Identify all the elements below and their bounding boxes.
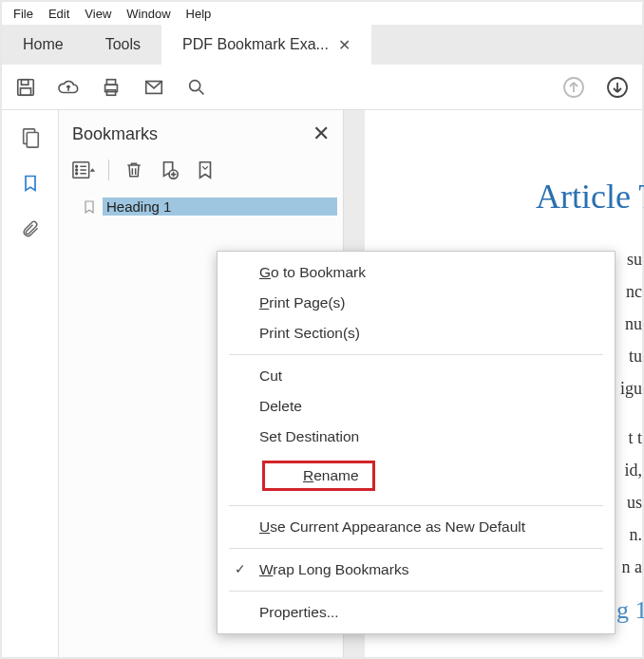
separator bbox=[108, 160, 109, 180]
delete-bookmark-icon[interactable] bbox=[124, 160, 143, 180]
tab-document-label: PDF Bookmark Exa... bbox=[182, 36, 329, 53]
ctx-wrap-long-bookmarks[interactable]: Wrap Long Bookmarks bbox=[218, 555, 615, 585]
menu-file[interactable]: File bbox=[6, 5, 41, 23]
print-icon[interactable] bbox=[101, 77, 122, 98]
svg-point-15 bbox=[76, 173, 78, 175]
svg-point-14 bbox=[76, 169, 78, 171]
bookmark-item[interactable]: Heading 1 bbox=[82, 198, 337, 216]
tab-document[interactable]: PDF Bookmark Exa... ✕ bbox=[161, 25, 371, 65]
panel-toolbar bbox=[59, 156, 343, 192]
separator bbox=[229, 505, 603, 506]
ctx-print-sections[interactable]: Print Section(s) bbox=[218, 318, 615, 348]
save-icon[interactable] bbox=[15, 77, 36, 98]
menu-window[interactable]: Window bbox=[119, 5, 178, 23]
svg-point-7 bbox=[190, 80, 200, 90]
ctx-cut[interactable]: Cut bbox=[218, 361, 615, 391]
ctx-delete[interactable]: Delete bbox=[218, 391, 615, 422]
ctx-goto-bookmark[interactable]: Go to Bookmark bbox=[218, 257, 615, 288]
menu-bar: File Edit View Window Help bbox=[2, 2, 642, 25]
options-icon[interactable] bbox=[72, 160, 97, 179]
bookmark-ribbon-icon bbox=[82, 198, 97, 216]
tab-tools[interactable]: Tools bbox=[85, 25, 161, 65]
svg-rect-5 bbox=[106, 89, 115, 95]
svg-rect-1 bbox=[21, 79, 28, 85]
separator bbox=[229, 548, 603, 549]
bookmark-label[interactable]: Heading 1 bbox=[103, 198, 337, 216]
menu-view[interactable]: View bbox=[77, 5, 119, 23]
tab-home[interactable]: Home bbox=[2, 25, 85, 65]
toolbar bbox=[2, 65, 642, 110]
svg-rect-4 bbox=[106, 79, 115, 85]
arrow-down-circle-icon[interactable] bbox=[606, 76, 629, 99]
ctx-use-current-appearance[interactable]: Use Current Appearance as New Default bbox=[218, 512, 615, 542]
menu-edit[interactable]: Edit bbox=[41, 5, 77, 23]
separator bbox=[229, 354, 603, 355]
svg-point-13 bbox=[76, 165, 78, 167]
svg-rect-11 bbox=[27, 133, 38, 148]
context-menu: Go to Bookmark Print Page(s) Print Secti… bbox=[217, 251, 616, 634]
left-rail bbox=[2, 110, 59, 657]
separator bbox=[229, 591, 603, 592]
panel-title: Bookmarks bbox=[72, 124, 158, 144]
close-panel-icon[interactable]: ✕ bbox=[313, 122, 330, 146]
svg-rect-2 bbox=[21, 87, 31, 94]
bookmarks-icon[interactable] bbox=[21, 173, 40, 194]
ctx-properties[interactable]: Properties... bbox=[218, 597, 615, 628]
ctx-set-destination[interactable]: Set Destination bbox=[218, 422, 615, 452]
expand-bookmark-icon[interactable] bbox=[195, 160, 216, 180]
thumbnails-icon[interactable] bbox=[20, 127, 41, 148]
ctx-rename[interactable]: Rename bbox=[218, 452, 615, 499]
ctx-print-pages[interactable]: Print Page(s) bbox=[218, 288, 615, 318]
menu-help[interactable]: Help bbox=[179, 5, 219, 23]
attachments-icon[interactable] bbox=[21, 218, 40, 239]
cloud-upload-icon[interactable] bbox=[57, 77, 80, 98]
tab-bar: Home Tools PDF Bookmark Exa... ✕ bbox=[2, 25, 642, 65]
add-bookmark-icon[interactable] bbox=[159, 160, 180, 180]
article-title: Article T bbox=[536, 177, 642, 217]
search-icon[interactable] bbox=[186, 77, 207, 98]
arrow-up-circle-icon[interactable] bbox=[562, 76, 585, 99]
close-tab-icon[interactable]: ✕ bbox=[338, 36, 350, 54]
email-icon[interactable] bbox=[142, 77, 165, 98]
